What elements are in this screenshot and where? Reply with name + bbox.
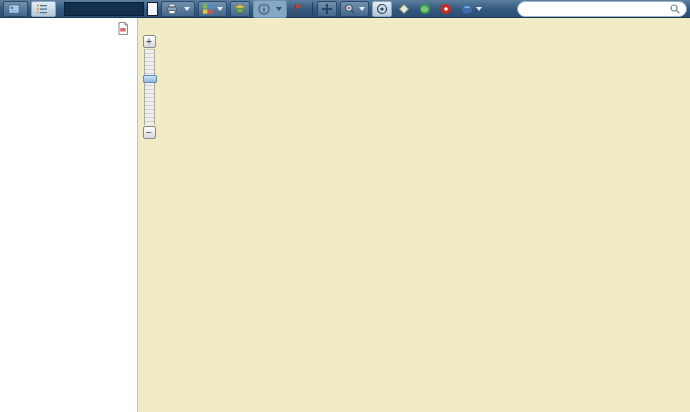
search-icon xyxy=(669,3,681,15)
flag-button[interactable] xyxy=(290,2,308,16)
map-svg xyxy=(138,18,690,412)
flag-icon xyxy=(293,3,305,15)
zoom-slider-thumb[interactable] xyxy=(143,75,157,83)
basemap-gallery-button[interactable] xyxy=(198,1,227,17)
map-canvas[interactable]: + − xyxy=(138,18,690,412)
goto-spinner[interactable] xyxy=(147,2,158,16)
basemap-grid-icon xyxy=(202,3,214,15)
magnifier-icon xyxy=(344,3,356,15)
basemap-caret-icon xyxy=(217,7,223,11)
globe-button[interactable] xyxy=(416,2,434,16)
zoom-slider-track[interactable] xyxy=(144,49,155,125)
help-button[interactable] xyxy=(458,2,485,16)
print-button[interactable] xyxy=(161,1,195,17)
target-button[interactable] xyxy=(372,1,392,17)
globe-icon xyxy=(419,3,431,15)
search-box[interactable] xyxy=(517,1,687,17)
identify-caret-icon xyxy=(276,7,282,11)
visibility-icon xyxy=(8,3,20,15)
zoom-out-button[interactable]: − xyxy=(143,126,156,139)
goto-input[interactable] xyxy=(64,2,144,16)
legend-icon xyxy=(36,3,48,15)
pan-button[interactable] xyxy=(317,1,337,17)
visibility-button[interactable] xyxy=(3,1,28,17)
toolbar xyxy=(0,0,690,18)
identify-info-icon xyxy=(258,3,270,15)
toolbar-separator xyxy=(312,2,313,16)
zoom-tool-button[interactable] xyxy=(340,1,369,17)
stop-button[interactable] xyxy=(437,2,455,16)
zoom-slider: + − xyxy=(142,35,156,139)
legend-sidebar xyxy=(0,18,138,412)
layers-button[interactable] xyxy=(230,1,250,17)
identify-wells-group[interactable] xyxy=(253,0,287,18)
zoom-in-button[interactable]: + xyxy=(143,35,156,48)
stop-icon xyxy=(440,3,452,15)
layers-icon xyxy=(234,3,246,15)
search-input[interactable] xyxy=(523,3,669,14)
help-icon xyxy=(461,3,473,15)
rrc-map-app: + − xyxy=(0,0,690,412)
pan-arrows-icon xyxy=(321,3,333,15)
compass-button[interactable] xyxy=(395,2,413,16)
zoom-tool-caret-icon xyxy=(359,7,365,11)
compass-diamond-icon xyxy=(398,3,410,15)
legend-button[interactable] xyxy=(31,1,56,17)
bullseye-icon xyxy=(376,3,388,15)
help-caret-icon xyxy=(476,7,482,11)
print-caret-icon xyxy=(184,7,190,11)
export-document-icon xyxy=(117,22,129,35)
export-pdf-button[interactable] xyxy=(117,21,129,39)
printer-icon xyxy=(166,3,178,15)
